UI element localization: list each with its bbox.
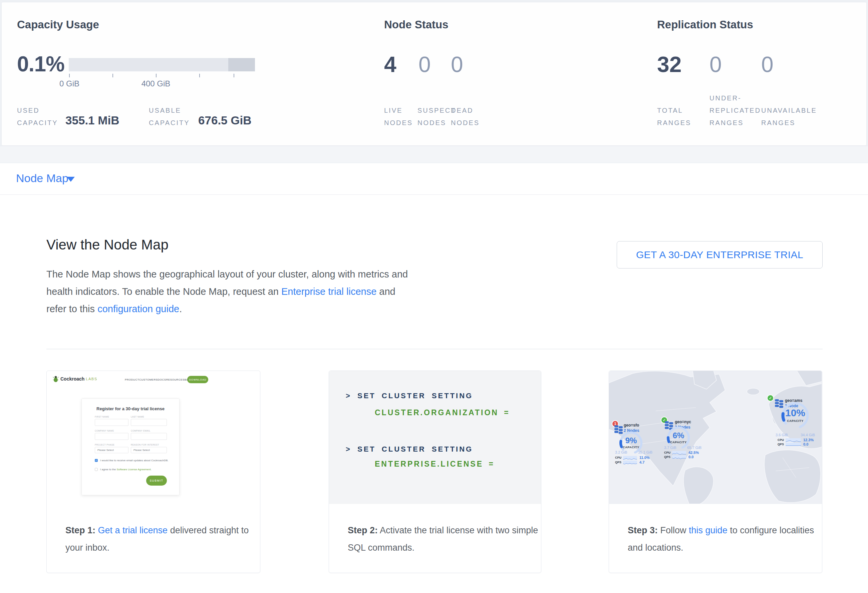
axis-tick-label: 0 GiB bbox=[56, 79, 83, 88]
used-capacity-value: 355.1 MiB bbox=[65, 114, 119, 127]
step3-caption: Step 3: Follow this guide to configure l… bbox=[628, 522, 821, 556]
form-title: Register for a 30-day trial license bbox=[82, 406, 179, 411]
capacity-percent: 0.1% bbox=[17, 52, 64, 77]
field-label: LAST NAME bbox=[131, 416, 144, 418]
total-gib: 34.4 GiB bbox=[801, 433, 815, 437]
checkbox-checked-icon: ✓ bbox=[95, 459, 98, 462]
last-name-input bbox=[131, 419, 167, 426]
unavailable-ranges-label: UNAVAILABLE RANGES bbox=[761, 94, 817, 129]
qps-sparkline bbox=[623, 461, 637, 464]
axis-tick bbox=[112, 74, 113, 77]
dead-nodes-value: 0 bbox=[451, 50, 463, 78]
total-gib: 65.7 GiB bbox=[687, 446, 701, 450]
cpu-sparkline bbox=[623, 456, 637, 459]
usable-capacity-value: 676.5 GiB bbox=[198, 114, 252, 127]
section-separator bbox=[0, 146, 868, 163]
page-title: View the Node Map bbox=[46, 237, 168, 253]
axis-tick bbox=[199, 74, 200, 77]
axis-tick-label: 400 GiB bbox=[136, 79, 176, 88]
field-label: REASON FOR INTEREST bbox=[131, 444, 159, 446]
cpu-row: CPU 12.3% bbox=[778, 438, 813, 442]
used-gib: 3.7 GiB bbox=[664, 446, 676, 450]
company-email-input bbox=[131, 433, 167, 440]
used-gib: 3.6 GiB bbox=[775, 433, 788, 437]
field-label: COMPANY EMAIL bbox=[131, 430, 151, 432]
capacity-bar-reserved-segment bbox=[228, 58, 255, 71]
content-divider bbox=[46, 349, 822, 349]
replication-status-group: Replication Status 32 0 0 TOTAL RANGES U… bbox=[657, 2, 857, 146]
live-nodes-label: LIVE NODES bbox=[384, 94, 413, 129]
step1-caption: Step 1: Get a trial license delivered st… bbox=[65, 522, 259, 556]
configuration-guide-link[interactable]: configuration guide bbox=[97, 303, 179, 314]
under-replicated-ranges-value: 0 bbox=[710, 50, 722, 78]
total-ranges-label: TOTAL RANGES bbox=[657, 94, 691, 129]
thumbnail-nav: PRODUCT CUSTOMERS DOCS RESOURCES BLOG bbox=[125, 378, 187, 381]
software-license-link: Software License Agreement. bbox=[117, 468, 152, 471]
node-status-title: Node Status bbox=[384, 18, 449, 31]
sql-terminal-panel: > SET CLUSTER SETTING CLUSTER.ORGANIZATI… bbox=[329, 371, 541, 504]
view-selector-label[interactable]: Node Map bbox=[16, 172, 68, 185]
used-gib: 3.2 GiB bbox=[615, 450, 627, 454]
map-marker-sfo: 1 geo=sfo 2 Nodes 9% CAPACITY 3.2 GiB 35 bbox=[613, 420, 656, 465]
cluster-summary-panel: Capacity Usage 0.1% 0 GiB 400 GiB USED C… bbox=[1, 2, 867, 146]
trial-license-form: Register for a 30-day trial license FIRS… bbox=[81, 399, 180, 495]
enterprise-trial-license-link[interactable]: Enterprise trial license bbox=[281, 286, 376, 297]
field-label: COMPANY NAME bbox=[95, 430, 114, 432]
project-phase-select: Please Select bbox=[95, 447, 128, 453]
qps-row: QPS 0.0 bbox=[664, 455, 694, 459]
nav-item: DOCS bbox=[158, 378, 166, 381]
replication-status-title: Replication Status bbox=[657, 18, 753, 31]
submit-button: SUBMIT bbox=[146, 475, 167, 486]
capacity-usage-group: Capacity Usage 0.1% 0 GiB 400 GiB USED C… bbox=[17, 2, 278, 146]
node-map-thumbnail: 1 geo=sfo 2 Nodes 9% CAPACITY 3.2 GiB 35 bbox=[609, 371, 822, 504]
used-capacity-label: USED CAPACITY bbox=[17, 94, 58, 129]
get-trial-license-link[interactable]: Get a trial license bbox=[98, 525, 168, 535]
bug-icon bbox=[53, 375, 59, 382]
healthy-badge-icon: ✓ bbox=[768, 395, 773, 401]
view-selector-bar[interactable]: Node Map bbox=[0, 163, 868, 195]
total-gib: 35.1 GiB bbox=[638, 450, 652, 454]
step2-caption: Step 2: Activate the trial license with … bbox=[348, 522, 541, 556]
qps-sparkline bbox=[672, 455, 686, 459]
cpu-row: CPU 11.0% bbox=[615, 456, 650, 460]
download-button: DOWNLOAD bbox=[187, 376, 208, 383]
reason-select: Please Select bbox=[131, 447, 167, 453]
total-ranges-value: 32 bbox=[657, 50, 682, 78]
suspect-nodes-label: SUSPECT NODES bbox=[418, 94, 456, 129]
checkbox-icon bbox=[95, 468, 98, 471]
field-label: FIRST NAME bbox=[95, 416, 109, 418]
dead-nodes-label: DEAD NODES bbox=[451, 94, 480, 129]
map-marker-ams: ✓ geo=ams 1 Node 10% CAPACITY 3.6 GiB 34 bbox=[767, 394, 817, 444]
qps-sparkline bbox=[785, 443, 801, 446]
step2-card: > SET CLUSTER SETTING CLUSTER.ORGANIZATI… bbox=[329, 371, 541, 573]
map-marker-nyc: ✓ geo=nyc 2 Nodes 6% CAPACITY 3.7 GiB 65 bbox=[661, 416, 705, 461]
get-enterprise-trial-button[interactable]: GET A 30-DAY ENTERPRISE TRIAL bbox=[617, 241, 822, 268]
this-guide-link[interactable]: this guide bbox=[689, 525, 728, 535]
step1-card: Cockroach LABS PRODUCT CUSTOMERS DOCS RE… bbox=[46, 371, 260, 573]
axis-tick bbox=[233, 74, 234, 77]
axis-tick bbox=[69, 74, 70, 77]
email-updates-checkbox-row: ✓ I would like to receive email updates … bbox=[95, 459, 168, 462]
capacity-gauge: 10% CAPACITY bbox=[780, 400, 810, 431]
nav-item: PRODUCT bbox=[125, 378, 139, 381]
nav-item: CUSTOMERS bbox=[139, 378, 158, 381]
suspect-nodes-value: 0 bbox=[418, 50, 431, 78]
company-name-input bbox=[95, 433, 128, 440]
cpu-sparkline bbox=[672, 451, 686, 454]
axis-tick bbox=[156, 74, 156, 77]
cpu-sparkline bbox=[785, 438, 801, 441]
usable-capacity-label: USABLE CAPACITY bbox=[149, 94, 190, 129]
intro-paragraph: The Node Map shows the geographical layo… bbox=[46, 265, 410, 318]
first-name-input bbox=[95, 419, 128, 426]
registration-page-thumbnail: Cockroach LABS PRODUCT CUSTOMERS DOCS RE… bbox=[47, 371, 260, 504]
unavailable-ranges-value: 0 bbox=[761, 50, 774, 78]
step3-card: 1 geo=sfo 2 Nodes 9% CAPACITY 3.2 GiB 35 bbox=[609, 371, 822, 573]
under-replicated-ranges-label: UNDER- REPLICATED RANGES bbox=[710, 94, 761, 129]
node-status-group: Node Status 4 0 0 LIVE NODES SUSPECT NOD… bbox=[384, 2, 618, 146]
qps-row: QPS 4.7 bbox=[615, 460, 644, 464]
cockroach-labs-logo: Cockroach LABS bbox=[53, 375, 97, 382]
live-nodes-value: 4 bbox=[384, 50, 396, 78]
chevron-down-icon bbox=[67, 177, 75, 182]
capacity-usage-title: Capacity Usage bbox=[17, 18, 99, 31]
license-agreement-checkbox-row: I agree to the Software License Agreemen… bbox=[95, 468, 152, 471]
